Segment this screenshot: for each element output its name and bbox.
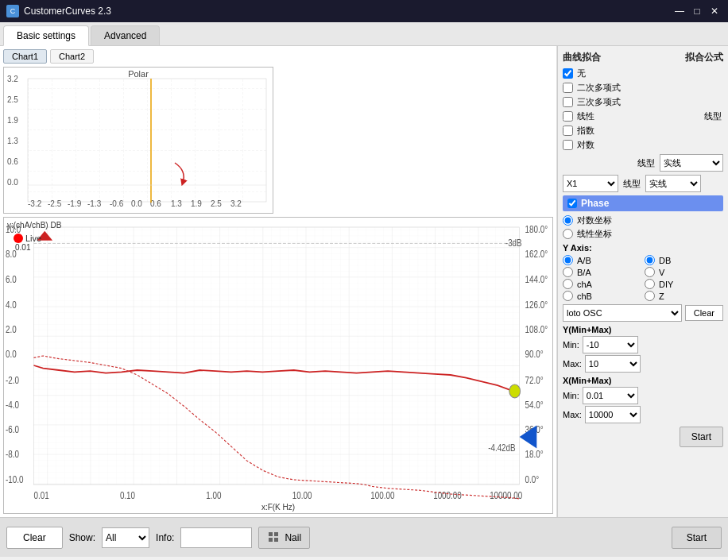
radio-z-label: Z xyxy=(659,292,664,301)
show-label: Show: xyxy=(69,532,95,543)
radio-v-label: V xyxy=(659,268,664,277)
clear-osc-button[interactable]: Clear xyxy=(685,305,723,321)
radio-chb-label: chB xyxy=(577,292,592,301)
checkbox-cubic-input[interactable] xyxy=(563,97,573,107)
x-minmax-label: X(Min+Max) xyxy=(563,376,723,385)
radio-chb-input[interactable] xyxy=(563,291,573,301)
clear-button[interactable]: Clear xyxy=(6,527,63,549)
chart-tab-1[interactable]: Chart1 xyxy=(3,49,47,64)
svg-text:3.2: 3.2 xyxy=(230,199,242,208)
y-min-select[interactable]: -10-20-40 xyxy=(583,336,638,353)
svg-text:90.0°: 90.0° xyxy=(525,349,544,359)
svg-text:1000.00: 1000.00 xyxy=(433,490,462,500)
x-scale-select[interactable]: X1 xyxy=(563,175,618,192)
svg-text:1.3: 1.3 xyxy=(171,199,182,208)
radio-ab-input[interactable] xyxy=(563,255,573,265)
x-max-select[interactable]: 100001000100 xyxy=(585,406,641,423)
radio-ba-label: B/A xyxy=(577,268,591,277)
close-button[interactable]: ✕ xyxy=(707,4,722,18)
line-type-right-label: 线型 xyxy=(637,157,655,169)
svg-rect-57 xyxy=(269,532,273,536)
osc-select[interactable]: loto OSC xyxy=(563,304,682,322)
checkbox-log: 对数 xyxy=(563,139,723,151)
start-button[interactable]: Start xyxy=(672,527,722,549)
checkbox-exp-input[interactable] xyxy=(563,126,573,136)
svg-text:1.3: 1.3 xyxy=(7,137,18,145)
checkbox-quadratic-input[interactable] xyxy=(563,83,573,93)
svg-text:-1.3: -1.3 xyxy=(87,199,102,208)
svg-text:0.6: 0.6 xyxy=(150,199,161,208)
phase-checkbox[interactable] xyxy=(567,199,577,208)
checkbox-linear-label: 线性 xyxy=(577,110,594,122)
svg-text:3.2: 3.2 xyxy=(7,75,18,83)
radio-v: V xyxy=(645,267,723,277)
y-axis-section: Y Axis: A/B DB B/A V xyxy=(563,243,723,301)
svg-text:100.00: 100.00 xyxy=(370,490,394,500)
nail-label: Nail xyxy=(285,532,301,543)
radio-db-input[interactable] xyxy=(645,255,655,265)
svg-text:-3.2: -3.2 xyxy=(28,199,42,208)
svg-text:-3dB: -3dB xyxy=(505,238,522,248)
x-max-label: Max: xyxy=(563,410,582,419)
radio-cha-label: chA xyxy=(577,280,592,289)
main-chart-y-label: y:(chA/chB) DB xyxy=(6,219,61,230)
line-type2-label: 线型 xyxy=(623,178,641,190)
radio-ba-input[interactable] xyxy=(563,267,573,277)
checkbox-log-input[interactable] xyxy=(563,140,573,150)
checkbox-quadratic: 二次多项式 xyxy=(563,82,723,94)
svg-text:-1.9: -1.9 xyxy=(68,199,82,208)
maximize-button[interactable]: □ xyxy=(690,4,704,18)
svg-text:0.01: 0.01 xyxy=(33,490,48,500)
y-minmax-label: Y(Min+Max) xyxy=(563,325,723,334)
curve-fit-header: 曲线拟合 拟合公式 xyxy=(563,51,723,64)
radio-linear-input[interactable] xyxy=(563,229,573,239)
svg-text:10000.00: 10000.00 xyxy=(490,490,522,500)
svg-text:-6.0: -6.0 xyxy=(6,424,19,434)
svg-text:144.0°: 144.0° xyxy=(525,274,548,284)
radio-cha-input[interactable] xyxy=(563,279,573,289)
svg-text:-0.6: -0.6 xyxy=(110,199,124,208)
svg-text:2.0: 2.0 xyxy=(6,324,17,334)
svg-text:0.0: 0.0 xyxy=(7,178,18,187)
radio-log-input[interactable] xyxy=(563,215,573,226)
line-type-select[interactable]: 实线 xyxy=(660,154,723,172)
checkbox-log-label: 对数 xyxy=(577,139,594,151)
x-min-select[interactable]: 0.010.11 xyxy=(583,387,638,404)
svg-rect-60 xyxy=(274,538,278,542)
radio-linear-coord: 线性坐标 xyxy=(563,228,723,240)
svg-text:0.0: 0.0 xyxy=(131,199,142,208)
svg-rect-21 xyxy=(33,227,519,485)
bottom-bar: Clear Show: AllchAchB Info: Nail Start xyxy=(0,517,728,557)
checkbox-quadratic-label: 二次多项式 xyxy=(577,82,621,94)
svg-text:-2.5: -2.5 xyxy=(48,199,62,208)
line-type2-select[interactable]: 实线 xyxy=(645,175,701,192)
checkbox-linear: 线性 线型 xyxy=(563,110,723,122)
svg-text:18.0°: 18.0° xyxy=(525,449,544,459)
y-max-label: Max: xyxy=(563,359,582,369)
checkbox-none-input[interactable] xyxy=(563,68,573,79)
svg-text:2.5: 2.5 xyxy=(211,199,222,208)
info-input[interactable] xyxy=(180,527,252,548)
minimize-button[interactable]: — xyxy=(672,4,687,18)
y-minmax-section: Y(Min+Max) Min: -10-20-40 Max: 102040 xyxy=(563,325,723,373)
svg-text:72.0°: 72.0° xyxy=(525,375,544,385)
show-select[interactable]: AllchAchB xyxy=(102,527,149,548)
svg-text:-10.0: -10.0 xyxy=(6,474,23,485)
tab-basic-settings[interactable]: Basic settings xyxy=(3,25,89,46)
chart-tab-2[interactable]: Chart2 xyxy=(50,49,94,64)
radio-v-input[interactable] xyxy=(645,267,655,277)
svg-text:0.10: 0.10 xyxy=(120,490,135,500)
checkbox-cubic: 三次多项式 xyxy=(563,96,723,108)
y-axis-label: Y Axis: xyxy=(563,243,723,253)
tab-advanced[interactable]: Advanced xyxy=(91,25,160,45)
y-max-select[interactable]: 102040 xyxy=(585,355,641,373)
live-value: 0.01 xyxy=(15,243,30,252)
radio-diy-input[interactable] xyxy=(645,279,655,289)
nail-button[interactable]: Nail xyxy=(258,527,310,549)
radio-z-input[interactable] xyxy=(645,291,655,301)
svg-text:1.9: 1.9 xyxy=(7,116,18,125)
start-button-right[interactable]: Start xyxy=(680,427,723,447)
checkbox-linear-input[interactable] xyxy=(563,111,573,122)
svg-rect-0 xyxy=(28,79,266,202)
radio-ab: A/B xyxy=(563,255,641,265)
